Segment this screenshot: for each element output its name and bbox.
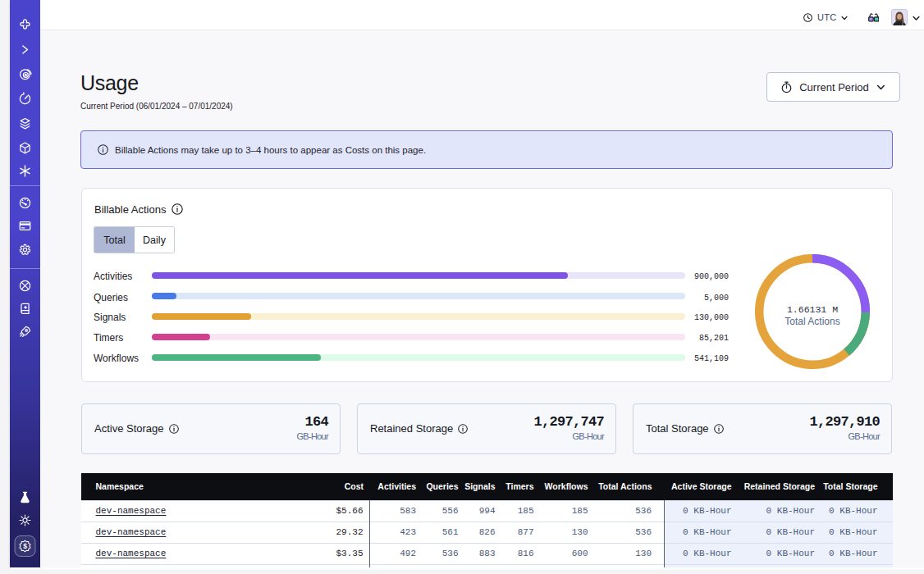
svg-text:$: $ [23, 542, 27, 550]
